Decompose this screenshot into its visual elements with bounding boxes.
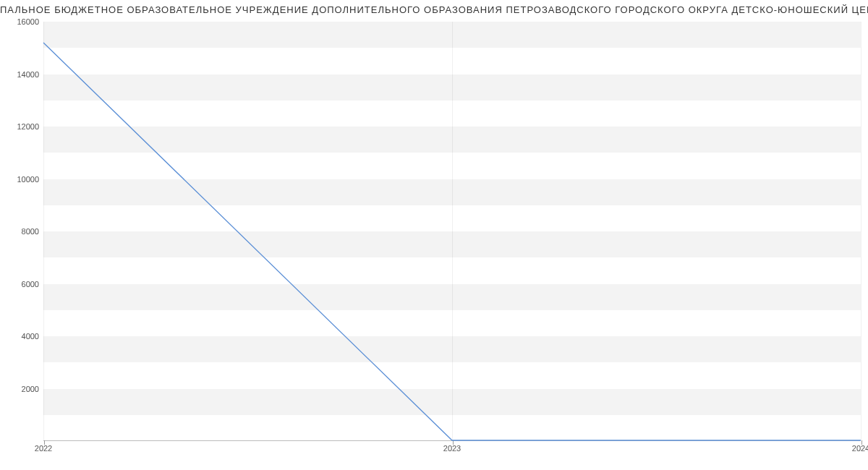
plot-area: [43, 22, 861, 441]
y-tick-label: 4000: [3, 332, 39, 341]
y-tick-label: 16000: [3, 17, 39, 26]
y-tick-label: 8000: [3, 227, 39, 236]
x-tick-label: 2024: [852, 444, 868, 453]
chart-title: ПАЛЬНОЕ БЮДЖЕТНОЕ ОБРАЗОВАТЕЛЬНОЕ УЧРЕЖД…: [0, 4, 868, 15]
x-gridline: [861, 22, 861, 440]
line-series: [43, 22, 861, 440]
y-tick-label: 12000: [3, 122, 39, 131]
y-tick-label: 14000: [3, 70, 39, 79]
x-tick-label: 2022: [35, 444, 52, 453]
y-tick-label: 2000: [3, 385, 39, 393]
y-tick-label: 6000: [3, 280, 39, 289]
x-tick-label: 2023: [443, 444, 461, 453]
y-tick-label: 10000: [3, 175, 39, 184]
